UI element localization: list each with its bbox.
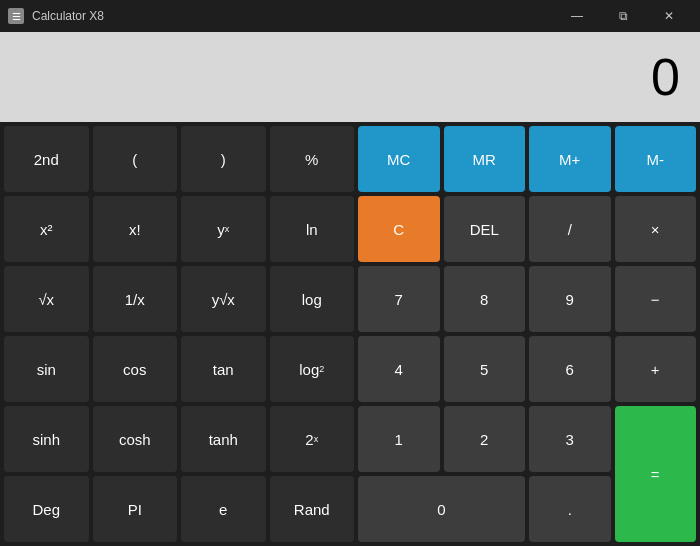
app-icon: ☰ <box>8 8 24 24</box>
sin-button[interactable]: sin <box>4 336 89 402</box>
percent-button[interactable]: % <box>270 126 355 192</box>
maximize-button[interactable]: ⧉ <box>600 0 646 32</box>
sinh-button[interactable]: sinh <box>4 406 89 472</box>
cos-button[interactable]: cos <box>93 336 178 402</box>
eight-button[interactable]: 8 <box>444 266 526 332</box>
close-paren-button[interactable]: ) <box>181 126 266 192</box>
x-squared-button[interactable]: x² <box>4 196 89 262</box>
close-button[interactable]: ✕ <box>646 0 692 32</box>
two-button[interactable]: 2 <box>444 406 526 472</box>
cosh-button[interactable]: cosh <box>93 406 178 472</box>
zero-button[interactable]: 0 <box>358 476 525 542</box>
log-button[interactable]: log <box>270 266 355 332</box>
subtract-button[interactable]: − <box>615 266 697 332</box>
left-panel: 2nd ( ) % x² x! yx ln √x 1/x y√x log sin… <box>4 126 354 542</box>
display-area: 0 <box>0 32 700 122</box>
multiply-button[interactable]: × <box>615 196 697 262</box>
y-to-x-button[interactable]: yx <box>181 196 266 262</box>
display-value: 0 <box>651 47 680 107</box>
five-button[interactable]: 5 <box>444 336 526 402</box>
clear-button[interactable]: C <box>358 196 440 262</box>
y-root-x-button[interactable]: y√x <box>181 266 266 332</box>
degree-button[interactable]: Deg <box>4 476 89 542</box>
six-button[interactable]: 6 <box>529 336 611 402</box>
x-factorial-button[interactable]: x! <box>93 196 178 262</box>
tan-button[interactable]: tan <box>181 336 266 402</box>
memory-subtract-button[interactable]: M- <box>615 126 697 192</box>
decimal-button[interactable]: . <box>529 476 611 542</box>
right-panel: MC MR M+ M- C DEL / × 7 8 9 − 4 5 6 + 1 … <box>358 126 696 542</box>
app-title: Calculator X8 <box>32 9 554 23</box>
memory-add-button[interactable]: M+ <box>529 126 611 192</box>
one-button[interactable]: 1 <box>358 406 440 472</box>
pi-button[interactable]: PI <box>93 476 178 542</box>
equals-button[interactable]: = <box>615 406 697 542</box>
seven-button[interactable]: 7 <box>358 266 440 332</box>
window-controls: — ⧉ ✕ <box>554 0 692 32</box>
log2-button[interactable]: log2 <box>270 336 355 402</box>
minimize-button[interactable]: — <box>554 0 600 32</box>
reciprocal-button[interactable]: 1/x <box>93 266 178 332</box>
divide-button[interactable]: / <box>529 196 611 262</box>
three-button[interactable]: 3 <box>529 406 611 472</box>
two-to-x-button[interactable]: 2x <box>270 406 355 472</box>
add-button[interactable]: + <box>615 336 697 402</box>
euler-button[interactable]: e <box>181 476 266 542</box>
memory-clear-button[interactable]: MC <box>358 126 440 192</box>
random-button[interactable]: Rand <box>270 476 355 542</box>
title-bar: ☰ Calculator X8 — ⧉ ✕ <box>0 0 700 32</box>
sqrt-button[interactable]: √x <box>4 266 89 332</box>
four-button[interactable]: 4 <box>358 336 440 402</box>
tanh-button[interactable]: tanh <box>181 406 266 472</box>
calc-body: 2nd ( ) % x² x! yx ln √x 1/x y√x log sin… <box>0 122 700 546</box>
open-paren-button[interactable]: ( <box>93 126 178 192</box>
nine-button[interactable]: 9 <box>529 266 611 332</box>
memory-recall-button[interactable]: MR <box>444 126 526 192</box>
second-button[interactable]: 2nd <box>4 126 89 192</box>
ln-button[interactable]: ln <box>270 196 355 262</box>
delete-button[interactable]: DEL <box>444 196 526 262</box>
